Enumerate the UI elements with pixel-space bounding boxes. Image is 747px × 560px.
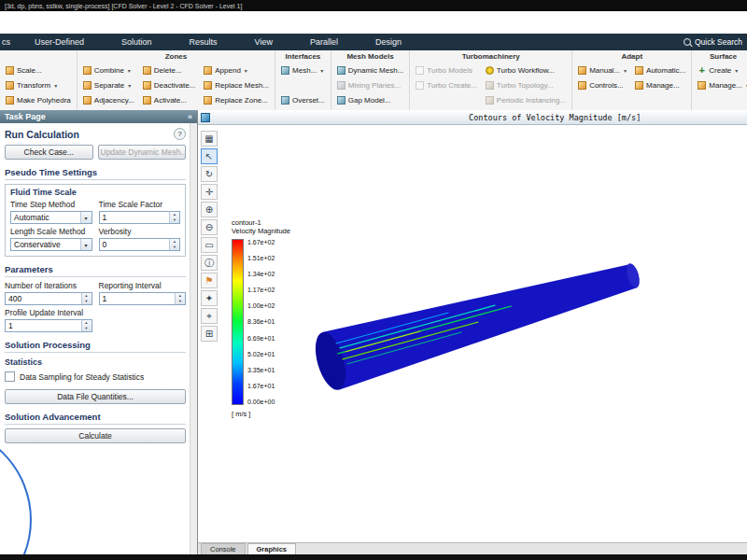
display-icon[interactable]: ▦ [201,131,218,147]
ribbon-tab-cs[interactable]: cs [0,34,16,50]
delete-zones-icon [143,66,151,75]
ribbon-item-adjacency[interactable]: Adjacency... [81,96,136,105]
ribbon-item-automatic[interactable]: Automatic... [633,66,687,75]
length-scale-method-select[interactable]: Conservative ▾ [10,238,92,251]
time-step-method-select[interactable]: Automatic ▾ [10,211,92,224]
collapse-panel-icon[interactable]: « [188,112,192,121]
zoom-box-icon[interactable]: ▭ [201,237,218,253]
spinner-icon[interactable]: ▴▾ [175,293,185,304]
ribbon-tab-view[interactable]: View [236,34,291,50]
ribbon-item-replace-mesh[interactable]: Replace Mesh... [202,81,271,90]
info-icon[interactable]: ⓘ [201,255,218,271]
length-scale-method-label: Length Scale Method [10,227,92,236]
ribbon-item-combine[interactable]: Combine▾ [81,66,136,75]
spinner-icon[interactable]: ▴▾ [81,293,92,304]
zoom-out-icon[interactable]: ⊖ [201,219,218,235]
pan-icon[interactable]: ✛ [201,184,218,200]
ribbon-group-label: Zones [81,52,271,63]
spinner-icon[interactable]: ▴▾ [81,320,92,331]
adapt-controls-icon [578,81,586,90]
ribbon-item-deactivate[interactable]: Deactivate... [141,81,197,90]
ribbon-tab-design[interactable]: Design [357,34,420,50]
probe-icon[interactable]: ✦ [201,290,218,306]
ribbon-item-label: Turbo Models [427,66,472,75]
grid-icon[interactable]: ⊞ [201,326,218,342]
ribbon-item-turbo-create: Turbo Create... [414,81,479,90]
graphics-window-title: Contours of Velocity Magnitude [m/s] [469,113,641,122]
ribbon-item-replace-zone[interactable]: Replace Zone... [202,96,271,105]
ribbon-item-periodic-instancing: Periodic Instancing... [484,96,568,105]
ribbon-item-manual[interactable]: Manual...▾ [576,66,628,75]
ribbon-item-dynamic-mesh[interactable]: Dynamic Mesh... [335,66,406,75]
check-case-button[interactable]: Check Case... [5,145,93,160]
ribbon-item-turbo-models: Turbo Models [414,66,479,75]
update-dynamic-mesh-button[interactable]: Update Dynamic Mesh... [98,145,187,160]
spinner-icon[interactable]: ▴▾ [169,239,179,250]
ribbon-item-delete[interactable]: Delete... [141,66,197,75]
spinner-icon[interactable]: ▴▾ [169,212,179,223]
ribbon-item-overset[interactable]: Overset... [279,96,327,105]
ribbon-item-turbo-workflow[interactable]: Turbo Workflow... [484,66,568,75]
ribbon-item-create[interactable]: +Create▾ [696,66,747,75]
ribbon-group-items: Combine▾Separate▾Adjacency...Delete...De… [81,63,271,107]
data-sampling-checkbox[interactable] [5,371,15,382]
ribbon-item-scale[interactable]: Scale... [4,66,73,75]
help-button[interactable]: ? [174,128,186,140]
quick-search[interactable]: Quick Search [684,37,742,47]
ribbon-item-activate[interactable]: Activate... [141,96,197,105]
ribbon-item-controls[interactable]: Controls... [576,81,628,90]
ribbon-tab-results[interactable]: Results [171,34,236,50]
data-sampling-checkbox-label: Data Sampling for Steady Statistics [20,372,144,382]
turbo-topology-icon [486,81,494,90]
iterations-input[interactable]: 400 ▴▾ [5,292,92,305]
ribbon-item-label: Delete... [154,66,182,75]
chevron-down-icon[interactable]: ▾ [80,239,92,250]
ribbon-item-mesh[interactable]: Mesh...▾ [279,66,327,75]
manage-surface-icon [698,81,706,90]
search-placeholder: Quick Search [695,37,742,47]
flag-icon[interactable]: ⚑ [201,273,218,288]
bottom-tab-console[interactable]: Console [201,543,246,554]
ribbon-item-manage[interactable]: Manage...▾ [696,81,747,90]
append-mesh-icon [204,66,212,75]
zoom-in-icon[interactable]: ⊕ [201,202,218,217]
dropdown-arrow-icon: ▾ [128,67,131,74]
orbit-icon[interactable]: ↻ [201,166,218,182]
ribbon-tab-parallel[interactable]: Parallel [291,34,357,50]
ribbon-item-append[interactable]: Append▾ [202,66,271,75]
ribbon-item-gap-model[interactable]: Gap Model... [335,96,406,105]
bottom-tab-graphics[interactable]: Graphics [247,543,297,554]
ribbon-item-label: Gap Model... [348,96,391,105]
axes-icon[interactable]: ⌖ [201,308,218,324]
ribbon-item-label: Separate [94,81,124,90]
ribbon-item-manage[interactable]: Manage... [633,81,687,90]
automatic-adapt-icon [635,66,643,75]
ribbon-item-transform[interactable]: Transform▾ [4,81,73,90]
taskpage-scrollbar[interactable] [190,123,197,554]
ribbon-item-separate[interactable]: Separate▾ [81,81,136,90]
graphics-canvas[interactable]: ▦↖↻✛⊕⊖▭ⓘ⚑✦⌖⊞ contour-1 Velocity Magnitud… [198,125,747,542]
ribbon-tab-user-defined[interactable]: User-Defined [16,34,103,50]
legend-colorbar [232,239,244,405]
data-file-quantities-button[interactable]: Data File Quantities... [5,389,186,404]
profile-update-interval-value: 1 [6,321,81,330]
chevron-down-icon[interactable]: ▾ [80,212,92,223]
verbosity-input[interactable]: 0 ▴▾ [99,238,181,251]
calculate-button[interactable]: Calculate [5,428,186,443]
ribbon-item-label: Manage... [709,81,742,90]
dropdown-arrow-icon: ▾ [624,67,627,74]
ribbon-group-left: Scale...Transform▾Make Polyhedra [0,50,78,110]
ribbon-item-label: Periodic Instancing... [497,96,566,105]
ribbon-group-surface: Surface+Create▾Manage...▾ [692,50,747,110]
reporting-interval-value: 1 [100,294,176,303]
reporting-interval-input[interactable]: 1 ▴▾ [99,292,187,305]
pointer-icon[interactable]: ↖ [201,148,218,164]
turbo-create-icon [416,81,424,90]
ribbon-item-make-polyhedra[interactable]: Make Polyhedra [4,96,73,105]
time-scale-factor-label: Time Scale Factor [99,200,181,209]
dropdown-arrow-icon: ▾ [128,82,131,89]
profile-update-interval-input[interactable]: 1 ▴▾ [5,319,92,332]
ribbon-tab-solution[interactable]: Solution [103,34,171,50]
dropdown-arrow-icon: ▾ [320,67,323,74]
time-scale-factor-input[interactable]: 1 ▴▾ [99,211,181,224]
